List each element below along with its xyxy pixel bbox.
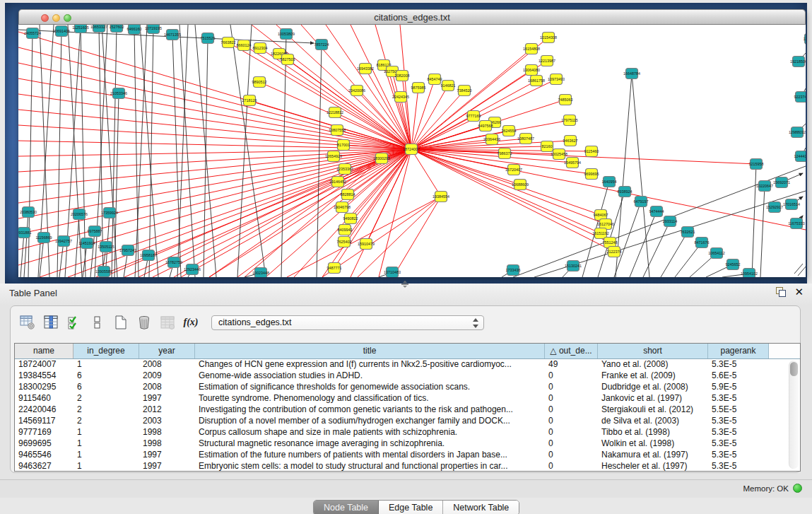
graph-node[interactable]: 7625402 <box>337 237 352 247</box>
graph-node[interactable]: 10954102 <box>741 269 758 278</box>
graph-node[interactable]: 19384554 <box>433 192 449 202</box>
column-header-name[interactable]: name <box>15 344 73 358</box>
graph-node[interactable]: 10653327 <box>90 25 107 33</box>
graph-edge[interactable] <box>112 27 117 277</box>
graph-node[interactable]: 19218506 <box>790 57 806 67</box>
graph-node[interactable]: 18724007 <box>403 144 420 155</box>
graph-node[interactable]: 20206576 <box>71 209 88 220</box>
graph-edge[interactable] <box>134 29 139 277</box>
column-header-pagerank[interactable]: pagerank <box>708 344 769 358</box>
graph-node[interactable]: 13505115 <box>98 242 114 252</box>
graph-node[interactable]: 15720407 <box>505 165 522 175</box>
table-row[interactable]: 977716911998Corpus callosum shape and si… <box>15 427 800 438</box>
graph-node[interactable]: 16648784 <box>623 69 640 79</box>
graph-edge[interactable] <box>177 25 188 277</box>
graph-node[interactable]: 2933114 <box>663 216 678 227</box>
graph-node[interactable]: 12353367 <box>336 164 353 175</box>
function-builder-icon[interactable]: f(x) <box>182 314 199 331</box>
graph-edge[interactable] <box>114 93 119 277</box>
graph-node[interactable]: 7384520 <box>457 86 472 96</box>
graph-node[interactable]: 6497568 <box>478 121 493 132</box>
graph-node[interactable]: 3624554 <box>502 126 517 136</box>
graph-node[interactable]: 8912304 <box>253 43 268 54</box>
graph-edge[interactable] <box>393 197 441 277</box>
graph-node[interactable]: 7663822 <box>221 37 236 48</box>
graph-node[interactable]: 7986372 <box>498 148 512 159</box>
graph-node[interactable]: 9487771 <box>327 263 342 274</box>
table-row[interactable]: 911546021997Tourette syndrome. Phenomeno… <box>15 393 800 404</box>
graph-edge[interactable] <box>798 266 806 276</box>
graph-edge[interactable] <box>287 197 441 277</box>
graph-edge[interactable] <box>237 149 411 277</box>
graph-edge[interactable] <box>18 141 411 149</box>
graph-node[interactable]: 16861758 <box>528 76 545 86</box>
graph-node[interactable]: 12654923 <box>325 151 342 162</box>
graph-node[interactable]: 16782759 <box>165 257 182 268</box>
graph-node[interactable]: 9931881 <box>18 228 32 238</box>
table-row[interactable]: 2242004622012Investigating the contribut… <box>15 404 800 416</box>
table-source-dropdown[interactable]: citations_edges.txt <box>211 315 484 330</box>
table-vertical-scrollbar[interactable] <box>789 361 799 469</box>
graph-node[interactable]: 12923446 <box>184 264 201 275</box>
graph-node[interactable]: 11451914 <box>78 238 95 249</box>
graph-node[interactable]: 20364436 <box>483 134 500 145</box>
graph-node[interactable]: 2122374 <box>607 247 622 257</box>
graph-edge[interactable] <box>661 232 688 277</box>
graph-node[interactable]: 9890512 <box>252 77 267 88</box>
graph-edge[interactable] <box>75 214 79 277</box>
graph-edge[interactable] <box>149 28 153 277</box>
graph-node[interactable]: 12213987 <box>539 56 555 66</box>
graph-edge[interactable] <box>245 158 382 277</box>
graph-node[interactable]: 10654112 <box>708 248 725 259</box>
network-canvas[interactable]: 1872400718300295193845547663822866012489… <box>18 25 806 277</box>
graph-node[interactable]: 9115460 <box>584 146 599 157</box>
graph-node[interactable]: 11251605 <box>72 25 89 33</box>
graph-node[interactable]: 16943382 <box>357 64 374 74</box>
graph-node[interactable]: 9146821 <box>441 81 456 91</box>
graph-edge[interactable] <box>18 94 411 149</box>
graph-edge[interactable] <box>24 212 28 277</box>
graph-node[interactable]: 14671355 <box>164 30 181 40</box>
graph-node[interactable]: 7857224 <box>314 40 329 50</box>
close-panel-icon[interactable]: ✕ <box>794 287 804 297</box>
graph-node[interactable]: 8828814 <box>341 189 355 200</box>
column-header-out_degree[interactable]: △ out_de... <box>545 344 598 358</box>
graph-node[interactable]: 19046798 <box>334 202 351 213</box>
network-graph[interactable]: 1872400718300295193845547663822866012489… <box>18 25 806 277</box>
graph-node[interactable]: 17975115 <box>561 115 578 126</box>
delete-table-icon[interactable] <box>136 314 153 331</box>
graph-edge[interactable] <box>204 38 208 277</box>
graph-node[interactable]: 1125104 <box>804 34 806 45</box>
graph-node[interactable]: 16154808 <box>523 44 540 54</box>
column-header-in_degree[interactable]: in_degree <box>73 344 139 358</box>
graph-node[interactable]: 10023448 <box>252 268 269 278</box>
graph-node[interactable]: 3215958 <box>749 159 764 170</box>
graph-node[interactable]: 10688609 <box>512 180 529 190</box>
table-row[interactable]: 946554611997Estimation of the future num… <box>15 450 800 461</box>
graph-edge[interactable] <box>411 88 418 149</box>
column-header-year[interactable]: year <box>139 344 195 358</box>
graph-node[interactable]: 1244413 <box>794 151 806 162</box>
graph-node[interactable]: 24055724 <box>24 28 41 39</box>
graph-edge[interactable] <box>28 33 33 277</box>
graph-node[interactable]: 9223741 <box>794 92 806 103</box>
graph-node[interactable]: 15130241 <box>565 261 582 271</box>
graph-node[interactable]: 10053809 <box>278 29 295 40</box>
graph-edge[interactable] <box>794 264 803 274</box>
table-row[interactable]: 969969511998Structural magnetic resonanc… <box>15 438 800 450</box>
graph-node[interactable]: 9699695 <box>584 169 599 180</box>
graph-node[interactable]: 10807487 <box>517 134 534 144</box>
graph-node[interactable]: 9490822 <box>343 214 358 224</box>
network-view-window[interactable]: citations_edges.txt 18724007183002951938… <box>18 9 806 277</box>
graph-node[interactable]: 1640954 <box>602 177 617 187</box>
graph-node[interactable]: 817001 <box>337 140 350 151</box>
graph-node[interactable]: 13942757 <box>55 236 72 247</box>
graph-node[interactable]: 15495794 <box>564 158 581 168</box>
graph-node[interactable]: 22424345 <box>392 92 409 103</box>
table-row[interactable]: 946362711997Embryonic stem cells: a mode… <box>15 461 800 472</box>
graph-edge[interactable] <box>20 233 24 277</box>
graph-node[interactable]: 17957243 <box>119 245 136 256</box>
graph-edge[interactable] <box>281 34 286 277</box>
graph-node[interactable]: 11156869 <box>35 233 52 243</box>
graph-node[interactable]: 12988032 <box>789 127 806 138</box>
